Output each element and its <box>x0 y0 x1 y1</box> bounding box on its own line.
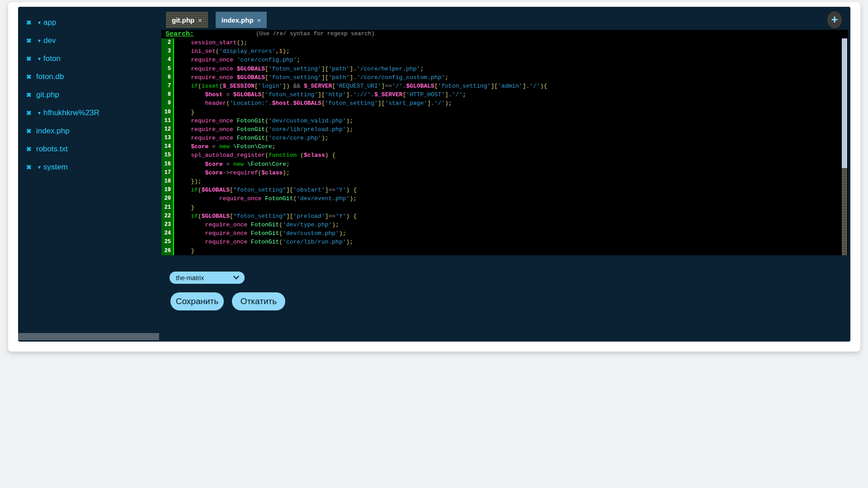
revert-button[interactable]: Откатить <box>232 292 285 310</box>
remove-icon[interactable]: ✖ <box>26 146 33 152</box>
line-number: 20 <box>161 194 174 203</box>
code-line: 4 require_once 'core/config.php'; <box>161 56 848 64</box>
code-area[interactable]: 2 session_start();3 ini_set('display_err… <box>161 38 848 255</box>
code-line: 13 require_once FotonGit('core/core.php'… <box>161 134 848 142</box>
sidebar-item-label: dev <box>43 36 56 45</box>
code-line: 5 require_once $GLOBALS['foton_setting']… <box>161 65 848 73</box>
line-number: 17 <box>161 169 174 177</box>
search-input[interactable] <box>198 31 251 38</box>
code-text: require_once FotonGit('core/lib/preload.… <box>174 125 353 134</box>
remove-icon[interactable]: ✖ <box>26 56 33 62</box>
sidebar-item-foton-db[interactable]: ✖foton.db <box>18 68 161 86</box>
remove-icon[interactable]: ✖ <box>26 92 33 98</box>
folder-arrow-icon[interactable]: ▾ <box>38 110 41 116</box>
add-file-button[interactable]: + <box>827 11 842 28</box>
code-line: 6 require_once $GLOBALS['foton_setting']… <box>161 73 848 82</box>
line-number: 13 <box>161 134 174 142</box>
code-line: 16 $core = new \Foton\Core; <box>161 160 848 169</box>
line-number: 15 <box>161 151 174 160</box>
sidebar-item-app[interactable]: ✖▾app <box>18 14 161 32</box>
sidebar-item-label: hfhukhkrw%23R <box>43 108 99 117</box>
theme-select[interactable]: the-matrix <box>170 272 245 284</box>
code-text: require_once 'core/config.php'; <box>174 56 300 64</box>
sidebar-item-label: index.php <box>36 127 70 136</box>
line-number: 18 <box>161 177 174 186</box>
code-text: require_once $GLOBALS['foton_setting']['… <box>174 65 424 73</box>
sidebar-item-label: foton <box>43 54 61 63</box>
remove-icon[interactable]: ✖ <box>26 74 33 80</box>
vertical-scrollbar-thumb[interactable] <box>842 38 847 168</box>
line-number: 5 <box>161 65 174 73</box>
code-editor: Search: (Use /re/ syntax for regexp sear… <box>161 30 848 255</box>
code-text: if($GLOBALS["foton_setting"]['obstart']=… <box>174 186 357 194</box>
code-text: } <box>174 247 194 255</box>
code-text: header('Location:'.$host.$GLOBALS['foton… <box>174 99 452 108</box>
sidebar-item-label: system <box>43 163 68 172</box>
vertical-scrollbar[interactable] <box>842 38 847 255</box>
code-text: if($GLOBALS["foton_setting"]['preload']=… <box>174 212 357 221</box>
sidebar-item-foton[interactable]: ✖▾foton <box>18 50 161 68</box>
code-line: 25 require_once FotonGit('core/lib/run.p… <box>161 238 848 246</box>
code-line: 20 require_once FotonGit('dev/event.php'… <box>161 194 848 203</box>
sidebar-item-git-php[interactable]: ✖git.php <box>18 86 161 104</box>
code-line: 9 header('Location:'.$host.$GLOBALS['fot… <box>161 99 848 108</box>
horizontal-scrollbar-thumb[interactable] <box>18 333 159 340</box>
line-number: 9 <box>161 99 174 108</box>
code-line: 11 require_once FotonGit('dev/custom_val… <box>161 117 848 125</box>
code-text: require_once FotonGit('dev/custom_valid.… <box>174 117 353 125</box>
tab-git-php[interactable]: git.php× <box>166 12 208 28</box>
line-number: 23 <box>161 221 174 229</box>
remove-icon[interactable]: ✖ <box>26 110 33 116</box>
sidebar-item-dev[interactable]: ✖▾dev <box>18 32 161 50</box>
code-text: require_once FotonGit('core/lib/run.php'… <box>174 238 353 246</box>
sidebar-item-robots-txt[interactable]: ✖robots.txt <box>18 140 161 158</box>
code-line: 15 spl_autoload_register(function ($clas… <box>161 151 848 160</box>
code-text: $core->requiref($class); <box>174 169 290 177</box>
remove-icon[interactable]: ✖ <box>26 128 33 134</box>
code-line: 8 $host = $GLOBALS['foton_setting']['htt… <box>161 90 848 99</box>
tab-label: index.php <box>222 16 254 24</box>
sidebar-item-label: git.php <box>36 90 59 99</box>
tab-close-icon[interactable]: × <box>257 16 261 24</box>
remove-icon[interactable]: ✖ <box>26 164 33 170</box>
remove-icon[interactable]: ✖ <box>26 19 33 26</box>
line-number: 21 <box>161 203 174 212</box>
code-text: $host = $GLOBALS['foton_setting']['http'… <box>174 90 466 99</box>
line-number: 3 <box>161 47 174 56</box>
folder-arrow-icon[interactable]: ▾ <box>38 38 41 43</box>
save-button[interactable]: Сохранить <box>170 292 224 310</box>
code-text: }); <box>174 177 202 186</box>
line-number: 22 <box>161 212 174 221</box>
code-line: 7 if(isset($_SESSION['login']) && $_SERV… <box>161 82 848 90</box>
folder-arrow-icon[interactable]: ▾ <box>38 20 41 25</box>
code-line: 10 } <box>161 108 848 117</box>
code-text: $core = new \Foton\Core; <box>174 142 276 151</box>
code-text: require_once $GLOBALS['foton_setting']['… <box>174 73 448 82</box>
sidebar-item-hfhukhkrw-23r[interactable]: ✖▾hfhukhkrw%23R <box>18 104 161 122</box>
code-line: 22 if($GLOBALS["foton_setting"]['preload… <box>161 212 848 221</box>
plus-icon: + <box>831 14 838 25</box>
code-text: $core = new \Foton\Core; <box>174 160 290 169</box>
folder-arrow-icon[interactable]: ▾ <box>38 164 41 170</box>
code-text: session_start(); <box>174 38 247 47</box>
search-bar: Search: (Use /re/ syntax for regexp sear… <box>161 30 848 38</box>
sidebar-item-label: app <box>43 18 56 27</box>
chevron-down-icon <box>233 276 239 280</box>
code-text: } <box>174 203 194 212</box>
remove-icon[interactable]: ✖ <box>26 38 33 44</box>
tab-index-php[interactable]: index.php× <box>216 12 267 28</box>
line-number: 12 <box>161 125 174 134</box>
line-number: 26 <box>161 247 174 255</box>
sidebar-item-label: robots.txt <box>36 145 68 154</box>
sidebar-item-system[interactable]: ✖▾system <box>18 158 161 176</box>
line-number: 14 <box>161 142 174 151</box>
tab-close-icon[interactable]: × <box>198 16 202 24</box>
code-line: 23 require_once FotonGit('dev/type.php')… <box>161 221 848 229</box>
code-line: 18 }); <box>161 177 848 186</box>
sidebar-item-index-php[interactable]: ✖index.php <box>18 122 161 140</box>
code-text: require_once FotonGit('dev/type.php'); <box>174 221 339 229</box>
folder-arrow-icon[interactable]: ▾ <box>38 56 41 61</box>
tab-bar: git.php×index.php× <box>166 12 267 28</box>
theme-select-value: the-matrix <box>176 274 204 282</box>
tab-label: git.php <box>172 16 194 24</box>
